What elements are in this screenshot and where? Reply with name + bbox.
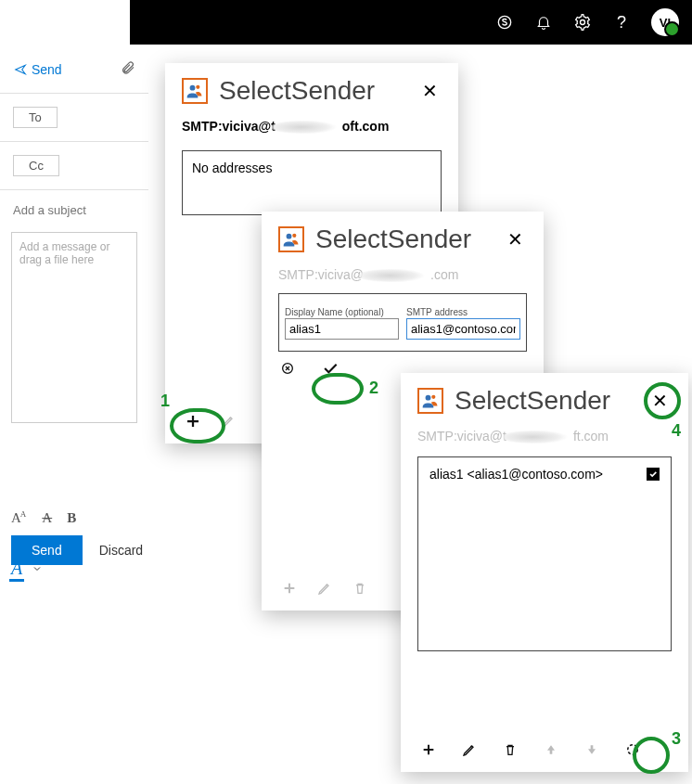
svg-point-5 xyxy=(292,234,296,238)
compose-pane: Send To Cc Add a message or drag a file … xyxy=(0,45,148,580)
svg-point-2 xyxy=(190,85,196,91)
bell-icon[interactable] xyxy=(534,13,553,32)
edit-icon[interactable] xyxy=(219,412,237,431)
display-name-label: Display Name (optional) xyxy=(285,307,399,317)
address-listbox: alias1 <alias1@contoso.com> xyxy=(417,456,672,651)
address-entry-label: alias1 <alias1@contoso.com> xyxy=(429,467,603,482)
svg-point-9 xyxy=(628,745,638,755)
close-icon[interactable]: ✕ xyxy=(648,390,672,412)
delete-icon[interactable] xyxy=(501,740,519,759)
dialog-title: SelectSender xyxy=(219,76,375,106)
cc-button[interactable]: Cc xyxy=(13,155,59,176)
font-size-increase-icon[interactable]: AA xyxy=(11,510,27,526)
people-icon xyxy=(417,388,443,414)
edit-icon[interactable] xyxy=(460,740,479,759)
attach-icon[interactable] xyxy=(121,59,135,80)
message-body[interactable]: Add a message or drag a file here xyxy=(11,232,137,423)
svg-point-8 xyxy=(431,395,435,399)
close-icon[interactable]: ✕ xyxy=(504,228,527,251)
chevron-down-icon[interactable] xyxy=(32,561,43,578)
delete-icon[interactable] xyxy=(351,579,369,598)
redaction xyxy=(360,269,434,282)
svg-point-1 xyxy=(581,20,585,25)
help-icon[interactable]: ? xyxy=(612,13,631,32)
format-bar: AA A B xyxy=(11,510,76,526)
address-listbox: No addresses xyxy=(182,150,442,215)
confirm-icon[interactable] xyxy=(321,359,340,378)
empty-list-label: No addresses xyxy=(192,161,272,175)
people-icon xyxy=(278,226,304,252)
smtp-address-label: SMTP address xyxy=(406,307,520,317)
dialog-title: SelectSender xyxy=(455,386,610,416)
smtp-address-input[interactable] xyxy=(406,318,520,340)
select-sender-dialog-3: SelectSender ✕ SMTP:viciva@tft.com alias… xyxy=(401,373,688,772)
subject-input[interactable] xyxy=(0,196,148,225)
to-button[interactable]: To xyxy=(13,107,58,128)
skype-icon[interactable] xyxy=(495,13,514,32)
smtp-line: SMTP:viciva@toft.com xyxy=(182,119,442,134)
add-icon[interactable] xyxy=(184,412,202,431)
bold-icon[interactable]: B xyxy=(67,510,76,526)
send-link-label: Send xyxy=(32,62,62,77)
down-icon[interactable] xyxy=(583,740,601,759)
font-color-icon[interactable]: A xyxy=(9,558,24,582)
redaction xyxy=(272,121,346,134)
dialog-title: SelectSender xyxy=(315,225,471,254)
discard-button[interactable]: Discard xyxy=(94,542,148,559)
font-clear-icon[interactable]: A xyxy=(42,510,52,526)
address-row[interactable]: alias1 <alias1@contoso.com> xyxy=(429,467,660,482)
smtp-line: SMTP:viciva@.com xyxy=(278,267,527,282)
display-name-input[interactable] xyxy=(285,318,399,340)
people-icon xyxy=(182,78,208,104)
checked-icon[interactable] xyxy=(647,468,660,481)
send-link-top[interactable]: Send xyxy=(13,62,62,77)
close-icon[interactable]: ✕ xyxy=(418,80,442,102)
svg-point-4 xyxy=(287,234,292,239)
add-icon[interactable] xyxy=(419,740,438,759)
cancel-icon[interactable] xyxy=(278,359,297,378)
up-icon[interactable] xyxy=(542,740,560,759)
refresh-icon[interactable] xyxy=(623,740,642,759)
add-icon[interactable] xyxy=(280,579,299,598)
top-bar: ? VI xyxy=(130,0,692,45)
svg-point-3 xyxy=(196,85,199,89)
gear-icon[interactable] xyxy=(573,13,592,32)
svg-point-7 xyxy=(426,395,431,401)
edit-icon[interactable] xyxy=(315,579,334,598)
avatar[interactable]: VI xyxy=(651,8,679,36)
smtp-line: SMTP:viciva@tft.com xyxy=(417,429,672,443)
redaction xyxy=(503,431,577,443)
input-group: Display Name (optional) SMTP address xyxy=(278,293,527,352)
